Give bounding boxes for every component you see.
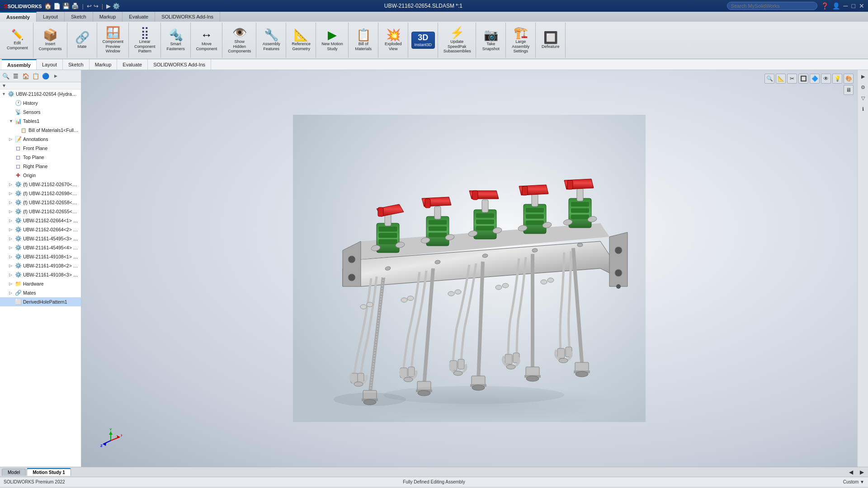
tree-item-hardware[interactable]: ▷ 📁 Hardware: [0, 279, 81, 288]
speedpak-button[interactable]: ⚡ UpdateSpeedPakSubassemblies: [441, 25, 473, 55]
tree-item-comp1[interactable]: ▷ ⚙️ (f) UBW-21162-02670<1> (Hydra...: [0, 180, 81, 189]
sensors-icon: 📡: [14, 108, 22, 116]
ctx-tab-layout[interactable]: Layout: [37, 59, 63, 70]
tab-solidworks-addins[interactable]: SOLIDWORKS Add-Ins: [155, 12, 220, 22]
search-input[interactable]: [727, 2, 817, 10]
svg-text:Z: Z: [100, 444, 103, 448]
preview-label: ComponentPreviewWindow: [103, 39, 124, 54]
tree-home-icon[interactable]: 🏠: [22, 72, 30, 80]
status-config[interactable]: Custom ▼: [649, 479, 864, 484]
viewport[interactable]: X Y Z 🔍 📐 ✂ 🔲 🔷 👁 💡 🎨 🖥: [81, 70, 857, 467]
home-icon[interactable]: 🏠: [44, 3, 52, 9]
right-expand-icon[interactable]: ▶: [859, 72, 868, 81]
vt-appearance-icon[interactable]: 🎨: [844, 74, 854, 84]
run-icon[interactable]: ▶: [106, 3, 111, 9]
ctx-tab-markup[interactable]: Markup: [90, 59, 118, 70]
tree-item-comp8[interactable]: ▷ ⚙️ UBW-21161-45495<4> (Tube Clan...: [0, 243, 81, 252]
maximize-icon[interactable]: □: [852, 2, 855, 9]
tree-item-comp11[interactable]: ▷ ⚙️ UBW-21161-49108<3> (Tube Clan...: [0, 270, 81, 279]
vt-lights-icon[interactable]: 💡: [832, 74, 842, 84]
tree-menu-icon[interactable]: ☰: [12, 72, 20, 80]
reference-geometry-button[interactable]: 📐 ReferenceGeometry: [289, 28, 313, 53]
undo-icon[interactable]: ↩: [87, 3, 92, 9]
right-info-icon[interactable]: ℹ: [859, 104, 868, 113]
vt-section-icon[interactable]: ✂: [787, 74, 797, 84]
show-hidden-button[interactable]: 👁️ ShowHiddenComponents: [226, 25, 253, 55]
quick-access-toolbar[interactable]: 🏠 📄 💾 🖨️ | ↩ ↪ | ▶ ⚙️: [44, 3, 120, 9]
tree-item-tables[interactable]: ▼ 📊 Tables1: [0, 117, 81, 126]
mate-button[interactable]: 🔗 Mate: [71, 30, 94, 51]
ctx-tab-addins[interactable]: SOLIDWORKS Add-Ins: [148, 59, 211, 70]
tree-item-derived-hole[interactable]: ⬜ DerivedHolePattern1: [0, 297, 81, 306]
vt-hide-icon[interactable]: 👁: [821, 74, 831, 84]
ctx-tab-evaluate[interactable]: Evaluate: [117, 59, 148, 70]
bom-button[interactable]: 📋 Bill ofMaterials: [352, 28, 375, 53]
new-icon[interactable]: 📄: [53, 3, 61, 9]
smart-fasteners-button[interactable]: 🔩 SmartFasteners: [164, 28, 188, 53]
ctx-tab-sketch[interactable]: Sketch: [63, 59, 90, 70]
right-settings-icon[interactable]: ⚙: [859, 83, 868, 92]
vt-measure-icon[interactable]: 📐: [776, 74, 786, 84]
tree-item-sensors[interactable]: 📡 Sensors: [0, 108, 81, 117]
bottom-right-scroll[interactable]: ▶: [857, 468, 866, 477]
right-filter-icon[interactable]: ▽: [859, 94, 868, 103]
tree-item-front-plane[interactable]: ◻ Front Plane: [0, 144, 81, 153]
help-icon[interactable]: ❓: [821, 2, 829, 9]
save-icon[interactable]: 💾: [62, 3, 70, 9]
instant3d-button[interactable]: 3D Instant3D: [411, 32, 435, 49]
tree-item-mates[interactable]: ▷ 🔗 Mates: [0, 288, 81, 297]
edit-component-button[interactable]: ✏️ EditComponent: [5, 28, 30, 52]
tab-evaluate[interactable]: Evaluate: [123, 12, 155, 22]
insert-components-button[interactable]: 📦 InsertComponents: [37, 28, 64, 53]
tree-item-history[interactable]: 🕐 History: [0, 99, 81, 108]
tree-expand-icon[interactable]: ▶: [52, 72, 60, 80]
bottom-left-scroll[interactable]: ◀: [846, 468, 855, 477]
tree-item-comp4[interactable]: ▷ ⚙️ (f) UBW-21162-02655<1> -> (Hy...: [0, 207, 81, 216]
tree-item-right-plane[interactable]: ◻ Right Plane: [0, 162, 81, 171]
assembly-features-button[interactable]: 🔧 AssemblyFeatures: [259, 28, 283, 53]
vt-rotate-icon[interactable]: 🔷: [810, 74, 820, 84]
vt-zoom-icon[interactable]: 🔍: [764, 74, 774, 84]
svg-point-3: [615, 269, 622, 277]
tree-dot-icon[interactable]: 🔵: [42, 72, 50, 80]
component-preview-button[interactable]: 🪟 ComponentPreviewWindow: [100, 25, 126, 55]
tab-sketch[interactable]: Sketch: [65, 12, 93, 22]
snapshot-button[interactable]: 📷 TakeSnapshot: [479, 28, 503, 53]
minimize-icon[interactable]: ─: [844, 2, 848, 9]
ctx-tab-assembly[interactable]: Assembly: [2, 59, 37, 70]
vt-screen-icon[interactable]: 🖥: [844, 85, 854, 95]
redo-icon[interactable]: ↪: [94, 3, 99, 9]
tree-item-comp9[interactable]: ▷ ⚙️ UBW-21161-49108<1> (Tube Clan...: [0, 252, 81, 261]
tree-item-bom[interactable]: 📋 Bill of Materials1<Full System...: [0, 126, 81, 135]
tab-layout[interactable]: Layout: [37, 12, 65, 22]
tree-item-comp7[interactable]: ▷ ⚙️ UBW-21161-45495<3> (Tube Clan...: [0, 234, 81, 243]
tree-item-comp2[interactable]: ▷ ⚙️ (f) UBW-21162-02698<2> (PVHO ...: [0, 189, 81, 198]
tree-item-annotations[interactable]: ▷ 📝 Annotations: [0, 135, 81, 144]
btm-tab-motion[interactable]: Motion Study 1: [27, 468, 71, 476]
tree-item-top-plane[interactable]: ◻ Top Plane: [0, 153, 81, 162]
defeature-button[interactable]: 🔲 Defeature: [539, 30, 562, 51]
tree-item-comp5[interactable]: ▷ ⚙️ UBW-21162-02664<1> (Valve Brac...: [0, 216, 81, 225]
tree-item-comp3[interactable]: ▷ ⚙️ (f) UBW-21162-02658<1> (PVHO ...: [0, 198, 81, 207]
tree-search-icon[interactable]: 🔍: [2, 72, 10, 80]
window-controls[interactable]: ❓ 👤 ─ □ ✕: [821, 2, 864, 9]
large-assembly-button[interactable]: 🏗️ LargeAssemblySettings: [509, 25, 533, 55]
btm-tab-model[interactable]: Model: [2, 469, 26, 476]
close-icon[interactable]: ✕: [859, 2, 864, 9]
tree-item-comp6[interactable]: ▷ ⚙️ UBW-21162-02664<2> (Valve Brac...: [0, 225, 81, 234]
tree-list-icon[interactable]: 📋: [32, 72, 40, 80]
tree-item-origin[interactable]: ✚ Origin: [0, 171, 81, 180]
user-icon[interactable]: 👤: [832, 2, 840, 9]
tree-item-comp10[interactable]: ▷ ⚙️ UBW-21161-49108<2> (Tube Clan...: [0, 261, 81, 270]
move-component-button[interactable]: ↔️ MoveComponent: [194, 28, 220, 53]
comp7-icon: ⚙️: [14, 235, 22, 242]
linear-pattern-button[interactable]: ⣿ LinearComponentPattern: [132, 25, 158, 55]
print-icon[interactable]: 🖨️: [71, 3, 79, 9]
exploded-view-button[interactable]: 💥 ExplodedView: [382, 28, 405, 53]
tree-item-root[interactable]: ▼ ⚙️ UBW-21162-02654 (Hydraulic Shut Off…: [0, 89, 81, 99]
vt-display-icon[interactable]: 🔲: [798, 74, 808, 84]
tab-assembly[interactable]: Assembly: [0, 12, 37, 22]
settings-icon2[interactable]: ⚙️: [113, 3, 120, 9]
new-motion-study-button[interactable]: ▶ New MotionStudy: [319, 28, 345, 53]
tab-markup[interactable]: Markup: [93, 12, 123, 22]
